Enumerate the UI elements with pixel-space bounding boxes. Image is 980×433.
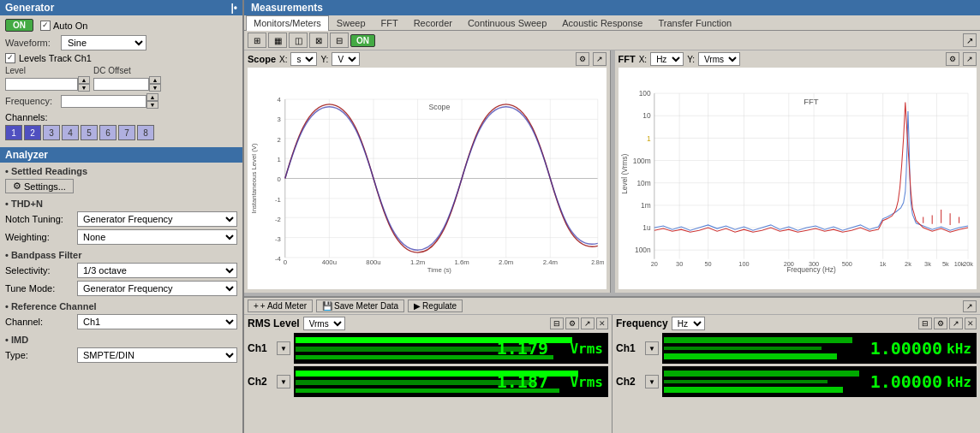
channel-select[interactable]: Ch1 [77, 314, 237, 329]
freq-ch2-dropdown[interactable]: ▼ [645, 375, 659, 389]
toolbar-btn-3[interactable]: ◫ [289, 33, 308, 48]
tune-mode-select[interactable]: Generator Frequency [77, 281, 237, 296]
toolbar-expand-btn[interactable]: ↗ [963, 33, 977, 47]
selectivity-label: Selectivity: [5, 265, 74, 276]
freq-settings-btn[interactable]: ⊟ [918, 317, 932, 329]
rms-unit-select[interactable]: Vrms [303, 317, 345, 330]
freq-ch2-bar: 1.00000 kHz [662, 366, 977, 397]
toolbar-btn-4[interactable]: ⊠ [309, 33, 328, 48]
waveform-select[interactable]: SineSquareTriangle [61, 35, 146, 50]
channel-6-btn[interactable]: 6 [99, 125, 117, 140]
fft-title: FFT [618, 54, 636, 64]
freq-ch2-unit: kHz [947, 374, 971, 390]
tab-acoustic-response[interactable]: Acoustic Response [554, 15, 650, 30]
channel-3-btn[interactable]: 3 [43, 125, 60, 140]
rms-ch2-dropdown[interactable]: ▼ [277, 375, 290, 389]
fft-expand-btn[interactable]: ↗ [963, 52, 977, 66]
rms-close-btn[interactable]: ✕ [596, 317, 608, 329]
save-meter-data-btn[interactable]: 💾 Save Meter Data [316, 300, 404, 312]
toolbar-btn-1[interactable]: ⊞ [248, 33, 266, 48]
rms-level-title: RMS Level [248, 317, 300, 329]
toolbar-btn-5[interactable]: ⊟ [330, 33, 349, 48]
auto-on-checkbox[interactable] [40, 21, 51, 31]
channel-5-btn[interactable]: 5 [81, 125, 98, 140]
svg-text:1.2m: 1.2m [410, 258, 425, 266]
freq-ch2-label: Ch2 [616, 376, 642, 388]
level-input[interactable]: -0.000 dBFS [5, 78, 78, 91]
tab-sweep[interactable]: Sweep [329, 15, 373, 30]
channel-2-btn[interactable]: 2 [24, 125, 41, 140]
svg-text:100n: 100n [635, 246, 651, 254]
freq-ch2-line2 [664, 380, 828, 384]
notch-tuning-select[interactable]: Generator Frequency [77, 211, 237, 227]
scope-settings-btn[interactable]: ⚙ [576, 52, 589, 66]
scope-x-unit[interactable]: s [290, 52, 317, 66]
svg-text:100: 100 [738, 260, 749, 268]
tab-fft[interactable]: FFT [373, 15, 406, 30]
scope-chart: 4 3 2 1 0 -1 -2 -3 -4 0 400u 800u 1.2m [248, 68, 607, 289]
generator-expand[interactable]: |• [230, 2, 237, 14]
dc-col: DC Offset 0.000 D ▲ ▼ [93, 66, 161, 92]
freq-ch1-bar: 1.00000 kHz [662, 333, 977, 364]
rms-settings-btn[interactable]: ⊟ [550, 317, 564, 329]
levels-track-checkbox[interactable] [5, 53, 15, 63]
meters-toolbar: + + Add Meter 💾 Save Meter Data ▶ Regula… [244, 298, 980, 315]
tab-transfer-function[interactable]: Transfer Function [650, 15, 739, 30]
add-meter-btn[interactable]: + + Add Meter [248, 300, 313, 312]
freq-unit-select[interactable]: Hz [672, 317, 705, 330]
dc-down-btn[interactable]: ▼ [149, 84, 161, 92]
rms-ch1-dropdown[interactable]: ▼ [277, 341, 290, 355]
regulate-btn[interactable]: ▶ Regulate [408, 300, 463, 312]
dc-input[interactable]: 0.000 D [93, 78, 149, 91]
on-button[interactable]: ON [5, 19, 33, 32]
tab-recorder[interactable]: Recorder [406, 15, 460, 30]
toolbar-on-btn[interactable]: ON [350, 34, 375, 47]
freq-config-btn[interactable]: ⚙ [934, 317, 947, 329]
svg-text:10: 10 [642, 111, 651, 120]
dc-up-btn[interactable]: ▲ [149, 76, 161, 84]
freq-close-btn[interactable]: ✕ [965, 317, 977, 329]
toolbar-btn-2[interactable]: ▦ [268, 33, 287, 48]
rms-config-btn[interactable]: ⚙ [565, 317, 579, 329]
tab-continuous-sweep[interactable]: Continuous Sweep [460, 15, 554, 30]
svg-text:2: 2 [278, 136, 281, 144]
meters-toolbar-expand[interactable]: ↗ [963, 300, 977, 312]
imd-section: • IMD Type: SMPTE/DIN [5, 335, 237, 363]
measurements-header: Measurements [244, 0, 980, 15]
freq-up-btn[interactable]: ▲ [146, 93, 158, 101]
channel-7-btn[interactable]: 7 [118, 125, 135, 140]
svg-text:1: 1 [647, 134, 651, 143]
svg-text:0: 0 [284, 258, 288, 266]
svg-text:1: 1 [278, 156, 281, 163]
channel-4-btn[interactable]: 4 [62, 125, 79, 140]
fft-settings-btn[interactable]: ⚙ [946, 52, 959, 66]
fft-x-unit[interactable]: Hz [650, 52, 684, 66]
channel-buttons: 1 2 3 4 5 6 7 8 [5, 125, 237, 140]
selectivity-select[interactable]: 1/3 octave [77, 263, 237, 278]
freq-ch1-dropdown[interactable]: ▼ [645, 341, 659, 355]
weighting-select[interactable]: None [77, 229, 237, 245]
rms-ch1-bar: 1.179 Vrms [294, 333, 608, 364]
channel-8-btn[interactable]: 8 [137, 125, 154, 140]
fft-y-unit[interactable]: Vrms [698, 52, 740, 66]
frequency-panel: Frequency Hz ⊟ ⚙ ↗ ✕ Ch1 [612, 315, 980, 433]
svg-rect-38 [618, 85, 977, 273]
freq-expand-btn[interactable]: ↗ [949, 317, 963, 329]
level-down-btn[interactable]: ▼ [78, 84, 90, 92]
rms-ch2-bar-bg [294, 366, 608, 397]
settings-button[interactable]: ⚙ Settings... [5, 179, 74, 193]
selectivity-row: Selectivity: 1/3 octave [5, 263, 237, 278]
level-up-btn[interactable]: ▲ [78, 76, 90, 84]
frequency-input[interactable]: 1.00000 kHz [61, 95, 146, 108]
scope-expand-btn[interactable]: ↗ [593, 52, 607, 66]
frequency-row: Frequency: 1.00000 kHz ▲ ▼ [5, 93, 237, 109]
freq-down-btn[interactable]: ▼ [146, 101, 158, 109]
channel-label: Channel: [5, 317, 74, 327]
rms-expand-btn[interactable]: ↗ [581, 317, 595, 329]
svg-text:20: 20 [650, 260, 657, 268]
type-select[interactable]: SMPTE/DIN [77, 347, 237, 363]
scope-y-unit[interactable]: V [332, 52, 360, 66]
tab-monitors-meters[interactable]: Monitors/Meters [246, 15, 329, 31]
channel-1-btn[interactable]: 1 [5, 125, 22, 140]
generator-content: ON Auto On Waveform: SineSquareTriangle … [0, 15, 242, 147]
